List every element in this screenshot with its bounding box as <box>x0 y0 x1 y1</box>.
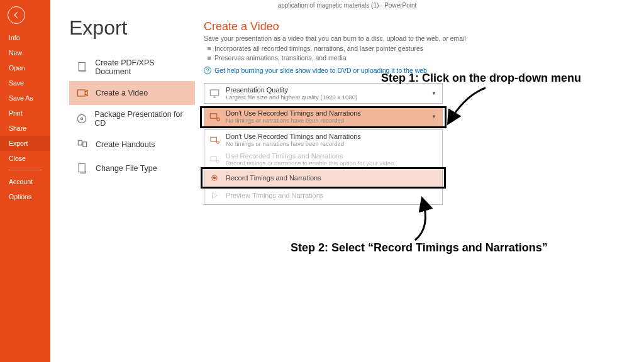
nav-divider <box>9 170 42 170</box>
svg-point-2 <box>78 114 86 123</box>
svg-rect-10 <box>211 137 216 141</box>
timings-icon <box>208 111 221 123</box>
video-icon <box>75 86 89 100</box>
svg-point-15 <box>213 177 216 179</box>
record-icon <box>208 172 221 184</box>
option-label: Package Presentation for CD <box>94 110 189 128</box>
menu-opt-record-timings[interactable]: Record Timings and Narrations <box>204 169 442 187</box>
timings-dropdown[interactable]: Don't Use Recorded Timings and Narration… <box>204 106 443 127</box>
opt-title: Record Timings and Narrations <box>226 174 438 182</box>
svg-rect-8 <box>210 113 217 118</box>
opt-title: Don't Use Recorded Timings and Narration… <box>226 133 438 140</box>
timings-icon <box>208 153 221 166</box>
svg-rect-7 <box>210 90 219 96</box>
nav-options[interactable]: Options <box>0 189 50 204</box>
help-link[interactable]: ? Get help burning your slide show video… <box>204 67 644 74</box>
nav-share[interactable]: Share <box>0 121 50 136</box>
export-option-package-cd[interactable]: Package Presentation for CD <box>69 105 195 133</box>
svg-point-13 <box>216 160 219 163</box>
svg-point-3 <box>81 118 83 119</box>
window-title: application of magnetic materials (1) - … <box>50 0 644 11</box>
timings-sub: No timings or narrations have been recor… <box>226 117 426 124</box>
svg-point-11 <box>216 141 219 143</box>
nav-close[interactable]: Close <box>0 151 50 166</box>
svg-point-9 <box>217 118 220 121</box>
export-option-pdf-xps[interactable]: Create PDF/XPS Document <box>69 53 195 81</box>
create-video-detail: Create a Video Save your presentation as… <box>195 16 644 362</box>
menu-opt-use-timings: Use Recorded Timings and Narrations Reco… <box>204 150 442 169</box>
backstage-sidebar: Info New Open Save Save As Print Share E… <box>0 0 50 362</box>
nav-save[interactable]: Save <box>0 75 50 90</box>
export-option-change-file-type[interactable]: Change File Type <box>69 156 195 180</box>
back-button[interactable] <box>8 6 25 24</box>
quality-dropdown[interactable]: Presentation Quality Largest file size a… <box>204 83 443 104</box>
quality-sub: Largest file size and highest quality (1… <box>226 94 426 101</box>
timings-dropdown-menu: Don't Use Recorded Timings and Narration… <box>204 129 443 205</box>
svg-rect-5 <box>83 142 87 147</box>
export-panel: Export Create PDF/XPS Document Create a … <box>50 0 644 362</box>
handout-icon <box>75 138 89 151</box>
svg-rect-12 <box>211 156 216 161</box>
svg-rect-6 <box>79 164 85 172</box>
svg-rect-4 <box>78 140 82 145</box>
nav-export[interactable]: Export <box>0 136 50 151</box>
help-link-text: Get help burning your slide show video t… <box>214 67 427 74</box>
option-label: Create Handouts <box>96 140 155 149</box>
nav-new[interactable]: New <box>0 45 50 60</box>
opt-title: Preview Timings and Narrations <box>226 192 438 199</box>
nav-print[interactable]: Print <box>0 106 50 121</box>
nav-open[interactable]: Open <box>0 60 50 75</box>
page-title: Export <box>69 16 195 40</box>
preview-icon <box>208 189 221 202</box>
timings-title: Don't Use Recorded Timings and Narration… <box>226 109 426 117</box>
opt-sub: Record timings or narrations to enable t… <box>226 160 438 167</box>
chevron-down-icon: ▼ <box>431 114 438 119</box>
detail-bullets: Incorporates all recorded timings, narra… <box>208 45 644 62</box>
menu-opt-preview-timings: Preview Timings and Narrations <box>204 187 442 204</box>
nav-save-as[interactable]: Save As <box>0 90 50 106</box>
monitor-icon <box>208 87 221 100</box>
option-label: Create a Video <box>96 89 148 97</box>
svg-rect-1 <box>78 90 86 96</box>
cd-icon <box>75 112 88 126</box>
help-icon: ? <box>204 67 211 74</box>
filetype-icon <box>75 162 89 175</box>
opt-title: Use Recorded Timings and Narrations <box>226 152 438 160</box>
option-label: Change File Type <box>96 164 157 173</box>
svg-rect-0 <box>79 63 85 71</box>
export-options-list: Create PDF/XPS Document Create a Video P… <box>69 53 195 180</box>
detail-heading: Create a Video <box>204 20 644 33</box>
export-option-create-video[interactable]: Create a Video <box>69 81 195 105</box>
menu-opt-dont-use-timings[interactable]: Don't Use Recorded Timings and Narration… <box>204 130 442 150</box>
timings-icon <box>208 134 221 146</box>
video-settings: Presentation Quality Largest file size a… <box>204 83 443 205</box>
bullet-item: Preserves animations, transitions, and m… <box>208 54 644 62</box>
detail-subtitle: Save your presentation as a video that y… <box>204 35 644 42</box>
quality-title: Presentation Quality <box>226 86 426 94</box>
chevron-down-icon: ▼ <box>431 90 438 96</box>
option-label: Create PDF/XPS Document <box>95 58 189 76</box>
nav-info[interactable]: Info <box>0 30 50 45</box>
opt-sub: No timings or narrations have been recor… <box>226 140 438 147</box>
pdf-icon <box>75 60 89 74</box>
export-option-handouts[interactable]: Create Handouts <box>69 133 195 156</box>
bullet-item: Incorporates all recorded timings, narra… <box>208 45 644 52</box>
nav-account[interactable]: Account <box>0 174 50 189</box>
